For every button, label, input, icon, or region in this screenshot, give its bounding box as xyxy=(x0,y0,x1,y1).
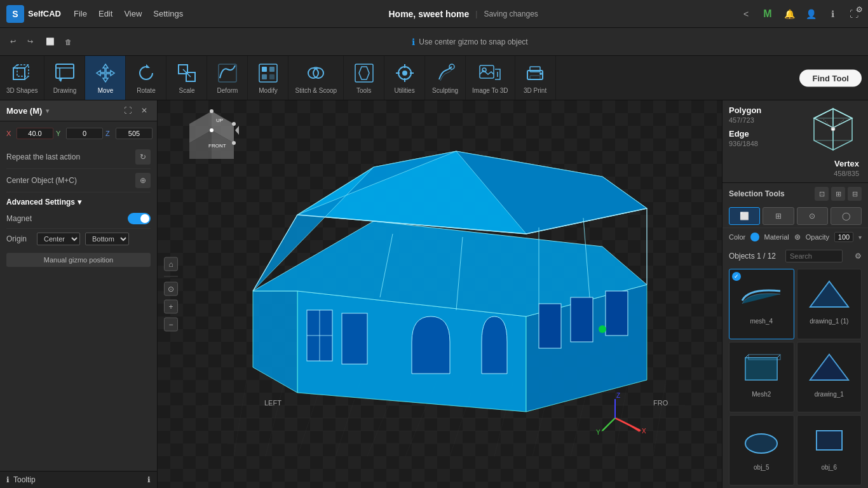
zoom-out-button[interactable]: − xyxy=(164,318,178,332)
tool-deform[interactable]: Deform xyxy=(207,56,248,100)
vertex-info: Vertex 458/835 xyxy=(729,159,862,177)
user-icon[interactable]: 👤 xyxy=(803,6,818,22)
object-card-mesh2[interactable]: Mesh2 xyxy=(729,342,794,412)
tool-stitch-scoop[interactable]: Stitch & Scoop xyxy=(288,56,344,100)
mesh2-preview-svg xyxy=(736,348,787,386)
utilities-label: Utilities xyxy=(394,87,414,94)
objects-settings-icon[interactable]: ⚙ xyxy=(855,252,862,261)
find-tool-button[interactable]: Find Tool xyxy=(799,69,862,86)
svg-rect-72 xyxy=(539,304,561,348)
tool-utilities[interactable]: Utilities xyxy=(384,56,425,100)
mesh4-thumbnail xyxy=(733,272,790,316)
svg-line-115 xyxy=(777,355,780,358)
selection-tool-box[interactable]: ⊟ xyxy=(848,187,862,201)
menu-settings[interactable]: Settings xyxy=(148,6,188,21)
search-input[interactable] xyxy=(785,250,843,262)
redo-button[interactable]: ↪ xyxy=(24,35,37,48)
share-icon[interactable]: < xyxy=(738,6,754,22)
polygon-label: Polygon xyxy=(729,105,801,115)
bell-icon[interactable]: 🔔 xyxy=(782,6,797,22)
object-type-sphere[interactable]: ◯ xyxy=(831,207,862,225)
tool-modify[interactable]: Modify xyxy=(248,56,288,100)
object-card-mesh4[interactable]: ✓ mesh_4 xyxy=(729,269,794,339)
tool-rotate[interactable]: Rotate xyxy=(126,56,166,100)
info-text: Use center gizmo to snap object xyxy=(419,37,527,46)
delete-button[interactable]: 🗑 xyxy=(61,36,76,48)
obj6-preview-svg xyxy=(804,421,855,459)
tooltip-label: Tooltip xyxy=(13,475,36,484)
home-view-button[interactable]: ⌂ xyxy=(164,257,178,271)
scale-icon xyxy=(175,62,198,85)
object-type-solid[interactable]: ⬜ xyxy=(729,207,760,225)
trash-icon: 🗑 xyxy=(65,38,72,46)
copy-button[interactable]: ⬜ xyxy=(42,35,58,48)
info-circle-icon[interactable]: ℹ xyxy=(825,6,840,22)
tool-scale[interactable]: Scale xyxy=(166,56,207,100)
repeat-action-button[interactable]: ↻ xyxy=(135,149,151,165)
tools-row: 3D Shapes Drawing Move Rotate Scale Defo… xyxy=(0,56,868,100)
center-object-button[interactable]: ⊕ xyxy=(135,173,151,188)
stitch-scoop-label: Stitch & Scoop xyxy=(295,87,337,94)
object-type-grid[interactable]: ⊞ xyxy=(763,207,794,225)
material-icon[interactable]: ⊛ xyxy=(794,233,801,241)
tool-sculpting[interactable]: Sculpting xyxy=(425,56,466,100)
advanced-settings-header[interactable]: Advanced Settings ▾ xyxy=(6,193,151,209)
edge-count: 936/1848 xyxy=(729,140,801,147)
origin-center-select[interactable]: Center xyxy=(37,233,80,245)
panel-close-icon[interactable]: ✕ xyxy=(138,104,151,117)
logo-icon: S xyxy=(6,5,24,23)
material-label: Material xyxy=(764,233,789,241)
color-opacity-row: Color Material ⊛ Opacity ▾ xyxy=(722,227,868,246)
orbit-view-button[interactable]: ⊙ xyxy=(164,282,178,296)
x-input[interactable] xyxy=(17,128,53,139)
tool-3d-shapes[interactable]: 3D Shapes xyxy=(0,56,44,100)
undo-button[interactable]: ↩ xyxy=(6,35,20,48)
app-logo[interactable]: S SelfCAD xyxy=(6,5,61,23)
svg-text:Z: Z xyxy=(616,392,620,399)
color-picker[interactable] xyxy=(750,233,759,241)
svg-point-119 xyxy=(745,434,777,453)
menu-edit[interactable]: Edit xyxy=(93,6,118,21)
vertex-count: 458/835 xyxy=(729,170,862,177)
x-label: X xyxy=(6,130,14,137)
menu-bar: File Edit View Settings xyxy=(69,6,188,21)
svg-marker-110 xyxy=(810,281,848,307)
objects-label: Objects 1 / 12 xyxy=(729,252,776,261)
magnet-toggle[interactable] xyxy=(128,213,151,224)
y-input[interactable] xyxy=(66,128,103,139)
nav-cube[interactable]: UP FRONT xyxy=(183,108,240,165)
manual-gizmo-button[interactable]: Manual gizmo position xyxy=(6,253,151,267)
svg-rect-16 xyxy=(269,67,275,72)
opacity-input[interactable] xyxy=(834,232,853,242)
left-panel-controls: ⛶ ✕ xyxy=(121,104,151,117)
rotate-label: Rotate xyxy=(137,87,155,94)
opacity-arrow-icon[interactable]: ▾ xyxy=(858,234,862,241)
object-type-vertices[interactable]: ⊙ xyxy=(797,207,828,225)
preview-cube-svg xyxy=(804,105,862,156)
origin-label: Origin xyxy=(6,234,32,243)
svg-text:X: X xyxy=(642,428,646,435)
3d-print-label: 3D Print xyxy=(524,87,546,94)
origin-bottom-select[interactable]: Bottom xyxy=(85,233,129,245)
object-card-drawing1[interactable]: drawing_1 xyxy=(797,342,862,412)
selection-tool-paint[interactable]: ⊞ xyxy=(831,187,845,201)
topbar-right-icons: < M 🔔 👤 ℹ ⛶ xyxy=(738,6,862,22)
tool-image-to-3d[interactable]: Image To 3D xyxy=(466,56,515,100)
zoom-in-button[interactable]: + xyxy=(164,300,178,314)
selection-tool-lasso[interactable]: ⊡ xyxy=(815,187,829,201)
object-card-obj6[interactable]: obj_6 xyxy=(797,415,862,485)
z-input[interactable] xyxy=(116,128,153,139)
menu-view[interactable]: View xyxy=(119,6,147,21)
tool-3d-print[interactable]: 3D Print xyxy=(515,56,556,100)
menu-file[interactable]: File xyxy=(69,6,92,21)
svg-rect-121 xyxy=(817,431,842,450)
tool-tools[interactable]: Tools xyxy=(344,56,384,100)
object-card-obj5[interactable]: obj_5 xyxy=(729,415,794,485)
tool-move[interactable]: Move xyxy=(85,56,126,100)
advanced-settings-label: Advanced Settings xyxy=(6,198,75,207)
m-badge-icon[interactable]: M xyxy=(760,6,775,22)
panel-expand-icon[interactable]: ⛶ xyxy=(121,104,134,117)
viewport[interactable]: LEFT FRO X Y Z xyxy=(158,100,722,488)
tool-drawing[interactable]: Drawing xyxy=(44,56,85,100)
object-card-drawing1-1[interactable]: drawing_1 (1) xyxy=(797,269,862,339)
